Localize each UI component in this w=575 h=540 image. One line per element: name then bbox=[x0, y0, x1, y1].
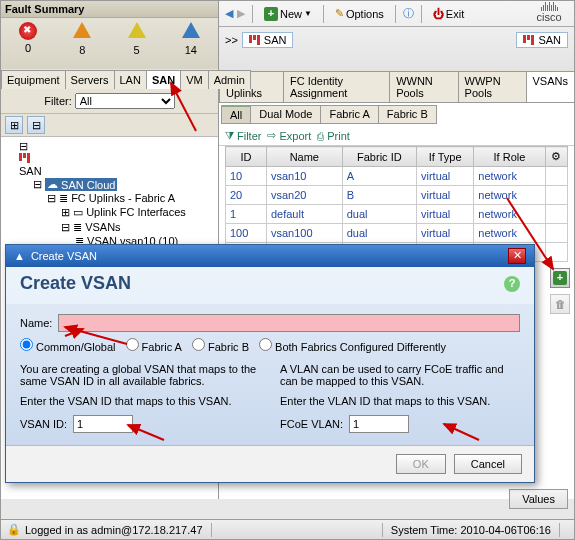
tab-vsans[interactable]: VSANs bbox=[526, 71, 575, 102]
san-icon bbox=[19, 153, 31, 165]
cell-name: vsan100 bbox=[266, 224, 342, 243]
help-icon[interactable]: ? bbox=[504, 276, 520, 292]
name-input[interactable] bbox=[58, 314, 520, 332]
cell-name: vsan20 bbox=[266, 186, 342, 205]
radio-fabric-a[interactable]: Fabric A bbox=[126, 338, 182, 353]
fault-critical[interactable]: 0 bbox=[3, 22, 53, 56]
add-button[interactable]: + bbox=[550, 268, 570, 288]
cloud-icon: ☁ bbox=[47, 178, 58, 191]
delete-button[interactable]: 🗑 bbox=[550, 294, 570, 314]
subtab-fabric-b[interactable]: Fabric B bbox=[378, 105, 437, 124]
fcoe-help-text-2: Enter the VLAN ID that maps to this VSAN… bbox=[280, 395, 520, 407]
cell-id: 1 bbox=[226, 205, 267, 224]
subtab-fabric-a[interactable]: Fabric A bbox=[320, 105, 378, 124]
filter-row: Filter: All bbox=[1, 89, 218, 114]
breadcrumb-san[interactable]: SAN bbox=[242, 32, 294, 48]
cell-fabric: B bbox=[342, 186, 416, 205]
fault-info[interactable]: 14 bbox=[166, 22, 216, 56]
options-button[interactable]: ✎Options bbox=[331, 6, 388, 21]
tab-lan[interactable]: LAN bbox=[114, 70, 147, 89]
cell-role: network bbox=[474, 186, 545, 205]
cell-name: default bbox=[266, 205, 342, 224]
table-row[interactable]: 20vsan20Bvirtualnetwork bbox=[226, 186, 568, 205]
expand-all-button[interactable]: ⊞ bbox=[5, 116, 23, 134]
filter-select[interactable]: All bbox=[75, 93, 175, 109]
tree-node-uplink-fc-if[interactable]: Uplink FC Interfaces bbox=[86, 206, 186, 218]
status-login: Logged in as admin@172.18.217.47 bbox=[25, 524, 203, 536]
col-fabric-id[interactable]: Fabric ID bbox=[342, 147, 416, 167]
tab-wwpn-pools[interactable]: WWPN Pools bbox=[458, 71, 527, 102]
status-bar: 🔒 Logged in as admin@172.18.217.47 Syste… bbox=[1, 519, 574, 539]
exit-button[interactable]: ⏻Exit bbox=[429, 7, 468, 21]
table-row[interactable]: 100vsan100dualvirtualnetwork bbox=[226, 224, 568, 243]
name-label: Name: bbox=[20, 317, 52, 329]
tab-fc-identity[interactable]: FC Identity Assignment bbox=[283, 71, 390, 102]
values-button[interactable]: Values bbox=[509, 489, 568, 509]
tree-node-san-cloud[interactable]: ☁SAN Cloud bbox=[45, 178, 117, 191]
san-icon bbox=[249, 35, 260, 45]
table-row[interactable]: 1defaultdualvirtualnetwork bbox=[226, 205, 568, 224]
back-icon[interactable]: ◀ bbox=[225, 7, 233, 20]
cell-type: virtual bbox=[416, 224, 473, 243]
bars-icon: ≣ bbox=[73, 221, 82, 233]
main-content-tabs: SAN Uplinks FC Identity Assignment WWNN … bbox=[219, 69, 574, 103]
create-vsan-dialog: ▲ Create VSAN ✕ Create VSAN ? Name: Comm… bbox=[5, 244, 535, 483]
tree-node-fc-uplinks-a[interactable]: FC Uplinks - Fabric A bbox=[71, 192, 175, 204]
breadcrumb-bar: >> SAN SAN bbox=[219, 27, 574, 53]
plus-icon: + bbox=[553, 271, 567, 285]
bars-icon: ≣ bbox=[59, 192, 68, 204]
table-print-button[interactable]: ⎙Print bbox=[317, 129, 350, 142]
info-icon[interactable]: ⓘ bbox=[403, 6, 414, 21]
subtab-all[interactable]: All bbox=[221, 105, 251, 124]
new-button[interactable]: +New▼ bbox=[260, 6, 316, 22]
tab-san[interactable]: SAN bbox=[146, 70, 181, 89]
tab-admin[interactable]: Admin bbox=[208, 70, 251, 89]
col-id[interactable]: ID bbox=[226, 147, 267, 167]
cell-role: network bbox=[474, 205, 545, 224]
radio-both-fabrics[interactable]: Both Fabrics Configured Differently bbox=[259, 338, 446, 353]
pencil-icon: ✎ bbox=[335, 7, 344, 20]
dialog-titlebar[interactable]: ▲ Create VSAN ✕ bbox=[6, 245, 534, 267]
main-toolbar: ◀ ▶ +New▼ ✎Options ⓘ ⏻Exit bbox=[219, 1, 574, 27]
crumb-right-chip[interactable]: SAN bbox=[516, 32, 568, 48]
radio-fabric-b[interactable]: Fabric B bbox=[192, 338, 249, 353]
ok-button[interactable]: OK bbox=[396, 454, 446, 474]
cell-role: network bbox=[474, 224, 545, 243]
triangle-blue-icon bbox=[182, 22, 200, 38]
fcoe-vlan-input[interactable] bbox=[349, 415, 409, 433]
tab-vm[interactable]: VM bbox=[180, 70, 209, 89]
tab-equipment[interactable]: Equipment bbox=[1, 70, 66, 89]
cancel-button[interactable]: Cancel bbox=[454, 454, 522, 474]
table-filter-button[interactable]: ⧩Filter bbox=[225, 129, 261, 142]
triangle-orange-icon bbox=[73, 22, 91, 38]
col-if-role[interactable]: If Role bbox=[474, 147, 545, 167]
vsan-id-input[interactable] bbox=[73, 415, 133, 433]
vsan-id-label: VSAN ID: bbox=[20, 418, 67, 430]
exit-icon: ⏻ bbox=[433, 8, 444, 20]
table-export-button[interactable]: ⇨Export bbox=[267, 129, 311, 142]
forward-icon[interactable]: ▶ bbox=[237, 7, 245, 20]
col-name[interactable]: Name bbox=[266, 147, 342, 167]
nav-tabs: Equipment Servers LAN SAN VM Admin bbox=[1, 69, 218, 89]
tab-wwnn-pools[interactable]: WWNN Pools bbox=[389, 71, 458, 102]
fault-major[interactable]: 8 bbox=[57, 22, 107, 56]
collapse-all-button[interactable]: ⊟ bbox=[27, 116, 45, 134]
tree-node-san[interactable]: SAN bbox=[19, 165, 42, 177]
cell-type: virtual bbox=[416, 167, 473, 186]
fault-summary-title: Fault Summary bbox=[1, 1, 218, 18]
fabric-radio-group: Common/Global Fabric A Fabric B Both Fab… bbox=[20, 338, 520, 353]
error-icon bbox=[19, 22, 37, 40]
radio-common[interactable]: Common/Global bbox=[20, 338, 116, 353]
print-icon: ⎙ bbox=[317, 130, 324, 142]
window-icon: ▲ bbox=[14, 250, 25, 262]
lock-icon: 🔒 bbox=[7, 523, 21, 536]
close-button[interactable]: ✕ bbox=[508, 248, 526, 264]
tree-node-vsans[interactable]: VSANs bbox=[85, 221, 120, 233]
table-row[interactable]: 10vsan10Avirtualnetwork bbox=[226, 167, 568, 186]
fault-minor[interactable]: 5 bbox=[112, 22, 162, 56]
trash-icon: 🗑 bbox=[555, 298, 566, 310]
col-settings[interactable]: ⚙ bbox=[545, 147, 568, 167]
tab-servers[interactable]: Servers bbox=[65, 70, 115, 89]
subtab-dual-mode[interactable]: Dual Mode bbox=[250, 105, 321, 124]
col-if-type[interactable]: If Type bbox=[416, 147, 473, 167]
